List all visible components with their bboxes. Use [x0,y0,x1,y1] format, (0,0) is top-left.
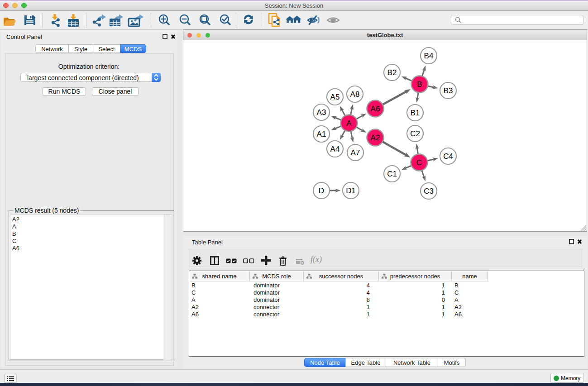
svg-text:C2: C2 [410,129,420,138]
svg-text:A1: A1 [317,130,326,138]
svg-text:A3: A3 [317,108,326,117]
svg-text:B: B [417,80,422,89]
svg-text:A4: A4 [330,145,340,153]
svg-text:C4: C4 [443,152,453,161]
svg-text:A7: A7 [351,148,360,157]
svg-text:D: D [319,186,324,195]
svg-text:A5: A5 [330,93,340,101]
svg-text:C: C [416,158,422,167]
svg-text:C1: C1 [387,170,397,178]
svg-text:C3: C3 [424,187,434,195]
svg-text:B1: B1 [411,109,420,117]
svg-text:A2: A2 [371,133,380,142]
svg-text:B4: B4 [424,52,434,60]
svg-text:A: A [346,119,352,128]
svg-text:A6: A6 [371,105,380,113]
svg-text:B2: B2 [387,68,397,77]
svg-text:B3: B3 [444,86,453,95]
svg-text:D1: D1 [346,186,356,195]
svg-text:A8: A8 [350,90,360,99]
